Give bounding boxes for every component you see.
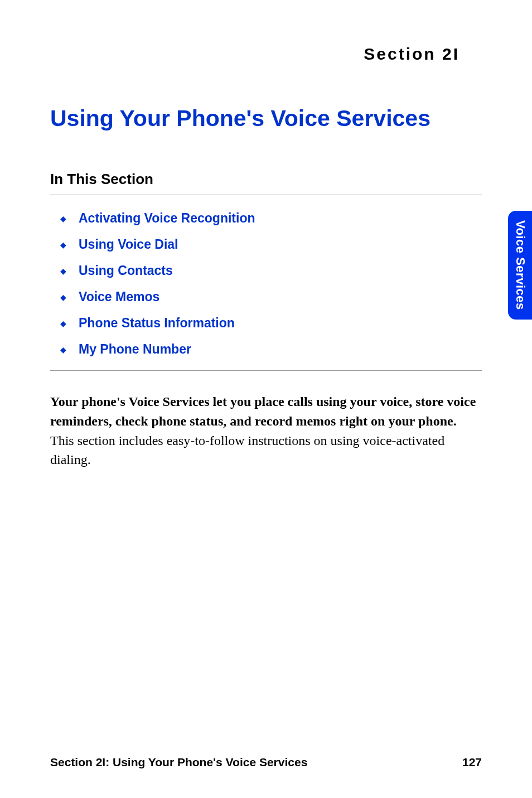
toc-list: ◆ Activating Voice Recognition ◆ Using V… (50, 211, 482, 357)
diamond-bullet-icon: ◆ (60, 319, 66, 328)
toc-link[interactable]: Phone Status Information (79, 316, 235, 331)
diamond-bullet-icon: ◆ (60, 293, 66, 302)
toc-item: ◆ Using Contacts (50, 263, 482, 278)
diamond-bullet-icon: ◆ (60, 240, 66, 249)
toc-item: ◆ Using Voice Dial (50, 237, 482, 252)
diamond-bullet-icon: ◆ (60, 267, 66, 275)
side-tab-label: Voice Services (513, 220, 528, 310)
diamond-bullet-icon: ◆ (60, 214, 66, 223)
toc-link[interactable]: Using Contacts (79, 263, 173, 278)
toc-item: ◆ Voice Memos (50, 289, 482, 304)
body-paragraph: Your phone's Voice Services let you plac… (50, 392, 482, 470)
body-regular-text: This section includes easy-to-follow ins… (50, 433, 444, 467)
side-tab[interactable]: Voice Services (508, 211, 532, 320)
page-number: 127 (462, 756, 482, 769)
toc-link[interactable]: Voice Memos (79, 289, 159, 304)
toc-link[interactable]: Using Voice Dial (79, 237, 178, 252)
page-footer: Section 2I: Using Your Phone's Voice Ser… (50, 756, 482, 769)
divider (50, 370, 482, 371)
toc-item: ◆ Phone Status Information (50, 316, 482, 331)
toc-link[interactable]: Activating Voice Recognition (79, 211, 255, 226)
body-bold-text: Your phone's Voice Services let you plac… (50, 394, 476, 428)
toc-item: ◆ Activating Voice Recognition (50, 211, 482, 226)
diamond-bullet-icon: ◆ (60, 345, 66, 354)
section-label: Section 2I (50, 45, 460, 64)
subsection-heading: In This Section (50, 171, 482, 195)
toc-link[interactable]: My Phone Number (79, 342, 191, 357)
toc-item: ◆ My Phone Number (50, 342, 482, 357)
footer-section-title: Section 2I: Using Your Phone's Voice Ser… (50, 756, 307, 769)
page-title: Using Your Phone's Voice Services (50, 105, 482, 132)
